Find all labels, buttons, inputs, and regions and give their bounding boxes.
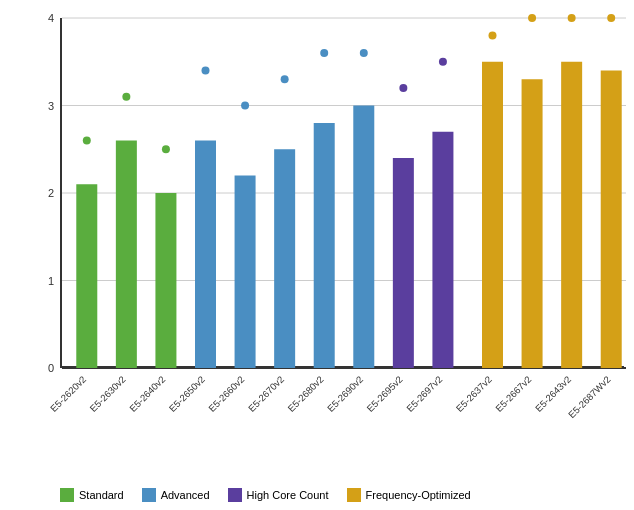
svg-point-11	[83, 137, 91, 145]
svg-text:E5-2695v2: E5-2695v2	[364, 374, 404, 414]
chart-svg: 01234E5-2620v2E5-2630v2E5-2640v2E5-2650v…	[62, 18, 624, 366]
svg-rect-40	[482, 62, 503, 368]
legend-item: Frequency-Optimized	[347, 488, 471, 502]
svg-text:E5-2637v2: E5-2637v2	[454, 374, 494, 414]
chart-container: 01234E5-2620v2E5-2630v2E5-2640v2E5-2650v…	[0, 0, 634, 510]
svg-text:1: 1	[48, 275, 54, 287]
svg-text:2: 2	[48, 187, 54, 199]
svg-point-38	[439, 58, 447, 66]
svg-rect-49	[601, 71, 622, 369]
svg-point-32	[360, 49, 368, 57]
legend-item: Standard	[60, 488, 124, 502]
svg-point-41	[489, 32, 497, 40]
svg-point-17	[162, 145, 170, 153]
svg-text:E5-2690v2: E5-2690v2	[325, 374, 365, 414]
legend-label: Standard	[79, 489, 124, 501]
legend-label: High Core Count	[247, 489, 329, 501]
svg-text:E5-2667v2: E5-2667v2	[493, 374, 533, 414]
legend-label: Advanced	[161, 489, 210, 501]
chart-area: 01234E5-2620v2E5-2630v2E5-2640v2E5-2650v…	[60, 18, 624, 368]
svg-text:E5-2670v2: E5-2670v2	[246, 374, 286, 414]
svg-rect-10	[76, 184, 97, 368]
svg-point-26	[281, 75, 289, 83]
legend-color	[142, 488, 156, 502]
svg-text:4: 4	[48, 12, 54, 24]
svg-rect-25	[274, 149, 295, 368]
svg-text:0: 0	[48, 362, 54, 374]
svg-rect-19	[195, 141, 216, 369]
svg-rect-22	[235, 176, 256, 369]
legend-color	[228, 488, 242, 502]
svg-point-14	[122, 93, 130, 101]
svg-point-29	[320, 49, 328, 57]
svg-rect-37	[432, 132, 453, 368]
legend-color	[60, 488, 74, 502]
svg-text:E5-2620v2: E5-2620v2	[48, 374, 88, 414]
svg-point-23	[241, 102, 249, 110]
legend-item: High Core Count	[228, 488, 329, 502]
svg-text:E5-2640v2: E5-2640v2	[127, 374, 167, 414]
legend-item: Advanced	[142, 488, 210, 502]
svg-rect-43	[522, 79, 543, 368]
legend-label: Frequency-Optimized	[366, 489, 471, 501]
svg-point-50	[607, 14, 615, 22]
svg-point-20	[202, 67, 210, 75]
svg-text:E5-2650v2: E5-2650v2	[167, 374, 207, 414]
svg-rect-16	[155, 193, 176, 368]
svg-text:E5-2687Wv2: E5-2687Wv2	[566, 374, 613, 421]
svg-text:3: 3	[48, 100, 54, 112]
svg-rect-13	[116, 141, 137, 369]
svg-rect-28	[314, 123, 335, 368]
svg-text:E5-2697v2: E5-2697v2	[404, 374, 444, 414]
legend-color	[347, 488, 361, 502]
svg-rect-46	[561, 62, 582, 368]
svg-rect-31	[353, 106, 374, 369]
svg-text:E5-2680v2: E5-2680v2	[285, 374, 325, 414]
svg-text:E5-2643v2: E5-2643v2	[533, 374, 573, 414]
svg-rect-34	[393, 158, 414, 368]
svg-text:E5-2630v2: E5-2630v2	[87, 374, 127, 414]
legend: StandardAdvancedHigh Core CountFrequency…	[60, 488, 471, 502]
svg-point-35	[399, 84, 407, 92]
svg-text:E5-2660v2: E5-2660v2	[206, 374, 246, 414]
svg-point-47	[568, 14, 576, 22]
svg-point-44	[528, 14, 536, 22]
